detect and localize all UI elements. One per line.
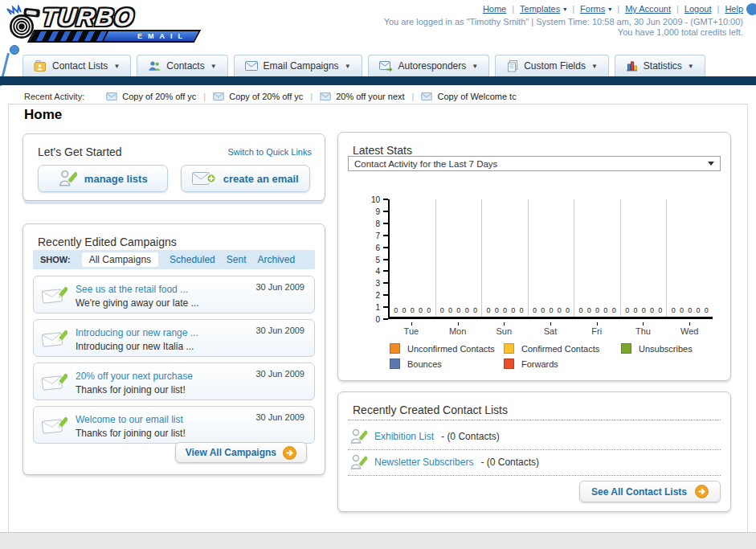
x-tick-label: Sun [480, 322, 527, 336]
activity-text: Copy of Welcome tc [437, 92, 516, 101]
contact-list-item[interactable]: Exhibition List - (0 Contacts) [349, 425, 500, 448]
tab-email-campaigns[interactable]: Email Campaigns ▼ [234, 55, 362, 76]
logo-email-bar: EMAIL [27, 30, 202, 43]
contact-activity-chart: 109876543210 000000000000000000000000000… [348, 199, 722, 342]
content-border-right [747, 104, 748, 532]
value-labels: 00000 [482, 306, 528, 314]
y-tick-label: 0 [356, 315, 380, 324]
legend-label: Confirmed Contacts [521, 344, 599, 354]
envelope-icon [106, 92, 117, 100]
campaign-row[interactable]: See us at the retail food ... We're givi… [33, 276, 315, 313]
campaign-row[interactable]: Welcome to our email list Thanks for joi… [33, 406, 315, 444]
legend-item: Forwards [504, 358, 621, 369]
campaign-title-link[interactable]: 20% off your next purchase [76, 371, 193, 382]
legend-swatch [390, 343, 400, 354]
contact-list-link[interactable]: Newsletter Subscribers [374, 457, 473, 468]
tab-label: Autoresponders [398, 60, 467, 72]
tab-contacts[interactable]: Contacts ▼ [137, 55, 227, 76]
envelope-icon [245, 61, 258, 71]
latest-stats-title: Latest Stats [353, 144, 412, 157]
view-all-campaigns-button[interactable]: View All Campaigns [175, 442, 307, 463]
chart-plot-area: 00000000000000000000000000000000000 [388, 199, 713, 319]
tab-label: Contacts [166, 60, 204, 72]
person-pencil-icon [349, 427, 367, 446]
filter-scheduled[interactable]: Scheduled [170, 254, 215, 265]
chevron-down-icon: ▼ [210, 63, 217, 70]
divider [8, 104, 748, 104]
tab-contact-lists[interactable]: Contact Lists ▼ [22, 55, 131, 76]
campaign-subtitle: Thanks for joining our list! [76, 384, 193, 395]
y-tick-label: 2 [356, 291, 380, 300]
top-link-my-account[interactable]: My Account [625, 4, 671, 14]
campaign-title-link[interactable]: Introducing our new range ... [76, 327, 198, 338]
chart-day-group: 00000 [574, 199, 621, 317]
value-labels: 00000 [621, 306, 667, 314]
x-tick-label: Thu [620, 322, 667, 336]
x-tick-label: Fri [574, 322, 620, 336]
contact-list-item[interactable]: Newsletter Subscribers - (0 Contacts) [349, 451, 539, 473]
value-labels: 00000 [436, 306, 482, 314]
create-email-button[interactable]: create an email [181, 165, 311, 192]
envelope-icon [421, 92, 432, 100]
navy-divider-bar [0, 76, 756, 85]
campaign-title-link[interactable]: See us at the retail food ... [76, 284, 188, 295]
recent-activity-item[interactable]: 20% off your next [313, 92, 411, 101]
value-labels: 00000 [574, 306, 620, 314]
x-tick-label: Mon [435, 322, 481, 336]
envelope-pencil-icon [42, 371, 67, 392]
chart-x-axis: TueMonSunSatFriThuWed [388, 322, 713, 336]
activity-text: Copy of 20% off yc [229, 92, 303, 101]
y-tick-label: 8 [356, 219, 380, 228]
recent-activity-item[interactable]: Copy of 20% off yc [206, 92, 310, 101]
x-tick-label: Sat [527, 322, 574, 336]
recent-activity-item[interactable]: Copy of 20% off yc [99, 92, 203, 101]
campaign-subtitle: Introducing our new Italia ... [76, 341, 198, 352]
tab-statistics[interactable]: Statistics ▼ [615, 55, 705, 76]
tab-label: Contact Lists [52, 60, 108, 72]
recent-activity-item[interactable]: Copy of Welcome tc [414, 92, 523, 101]
logo-turbo-text: TURBO [40, 3, 136, 32]
legend-swatch [504, 343, 514, 354]
stats-dropdown-value: Contact Activity for the Last 7 Days [354, 159, 497, 169]
tab-custom-fields[interactable]: Custom Fields ▼ [495, 55, 609, 76]
top-link-home[interactable]: Home [483, 4, 506, 14]
contact-list-link[interactable]: Exhibition List [374, 431, 434, 442]
top-link-forms[interactable]: Forms [580, 4, 605, 14]
top-link-templates[interactable]: Templates [520, 4, 560, 14]
manage-lists-button[interactable]: manage lists [38, 165, 168, 192]
credits-text: You have 1,000 total credits left. [618, 27, 743, 37]
legend-item: Unconfirmed Contacts [390, 343, 504, 354]
create-email-label: create an email [223, 173, 299, 185]
see-all-contact-lists-button[interactable]: See All Contact Lists [579, 481, 721, 502]
legend-swatch [621, 343, 631, 354]
top-link-help[interactable]: Help [725, 4, 743, 14]
chart-day-group: 00000 [621, 199, 668, 317]
campaign-date: 30 Jun 2009 [255, 369, 304, 379]
y-tick-label: 7 [356, 231, 380, 240]
campaign-subtitle: We're giving away our late ... [76, 297, 198, 309]
campaign-row[interactable]: Introducing our new range ... Introducin… [33, 319, 315, 357]
envelope-pencil-icon [42, 328, 67, 349]
campaign-title-link[interactable]: Welcome to our email list [76, 414, 183, 425]
chart-day-group: 00000 [436, 199, 483, 317]
tab-label: Email Campaigns [264, 60, 339, 72]
stats-dropdown[interactable]: Contact Activity for the Last 7 Days [348, 156, 721, 171]
tab-autoresponders[interactable]: Autoresponders ▼ [368, 55, 490, 76]
filter-all-campaigns[interactable]: All Campaigns [82, 252, 158, 267]
tab-label: Custom Fields [524, 60, 586, 72]
get-started-buttons: manage lists create an email [38, 165, 310, 192]
y-tick-label: 4 [356, 267, 380, 276]
activity-text: 20% off your next [336, 92, 404, 101]
arrow-circle-icon [695, 485, 709, 498]
chart-y-axis: 109876543210 [348, 199, 388, 319]
legend-swatch [390, 358, 400, 369]
campaign-row[interactable]: 20% off your next purchase Thanks for jo… [33, 363, 315, 400]
app-logo: TURBO EMAIL [6, 3, 207, 50]
value-labels: 00000 [667, 306, 713, 314]
filter-sent[interactable]: Sent [227, 254, 247, 265]
top-link-logout[interactable]: Logout [684, 4, 712, 14]
chart-legend: Unconfirmed ContactsConfirmed ContactsUn… [390, 343, 693, 369]
filter-archived[interactable]: Archived [257, 254, 295, 265]
switch-quick-links-link[interactable]: Switch to Quick Links [227, 147, 312, 157]
campaigns-title: Recently Edited Campaigns [38, 236, 177, 248]
